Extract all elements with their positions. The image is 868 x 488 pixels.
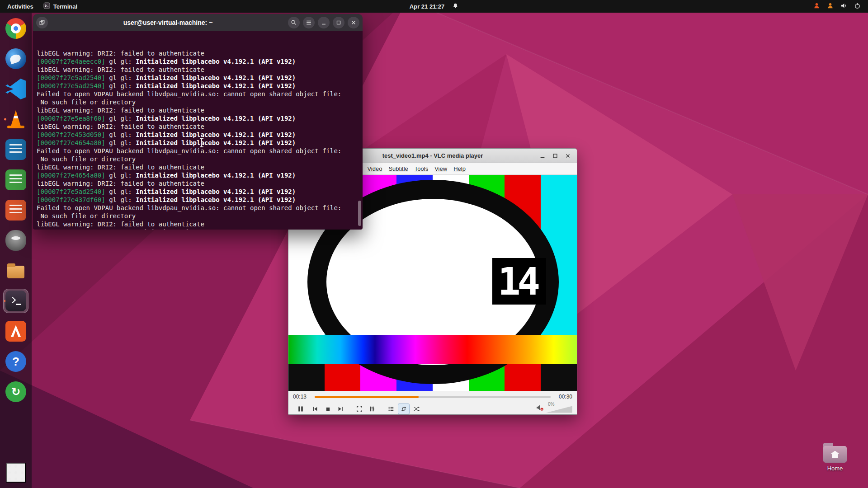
- help-icon[interactable]: ?: [3, 349, 28, 374]
- focused-app-menu[interactable]: Terminal: [43, 2, 77, 10]
- terminal-window: user@user-virtual-machine: ~ libEGL warn…: [33, 14, 363, 230]
- terminal-titlebar[interactable]: user@user-virtual-machine: ~: [33, 14, 363, 31]
- stop-button[interactable]: [322, 404, 334, 414]
- home-folder-icon[interactable]: Home: [817, 442, 853, 472]
- vlc-minimize-button[interactable]: [537, 151, 548, 161]
- terminal-line: [00007f27e5ad2540] gl gl: Initialized li…: [37, 188, 363, 196]
- terminal-line: libEGL warning: DRI2: failed to authenti…: [37, 49, 363, 57]
- terminal-line: [00007f27e5d8eed0] gl gl: Initialized li…: [37, 228, 363, 230]
- vscode-icon[interactable]: [3, 77, 28, 101]
- user-indicator-icon: [813, 2, 820, 10]
- terminal-line: No such file or directory: [37, 98, 363, 106]
- top-bar: Activities Terminal Apr 21 21:27: [0, 0, 868, 13]
- volume-slider[interactable]: [546, 406, 572, 413]
- home-label: Home: [827, 465, 843, 472]
- mute-icon: [536, 404, 544, 413]
- menu-view[interactable]: View: [431, 164, 450, 174]
- gimp-icon[interactable]: [3, 228, 28, 253]
- vlc-maximize-button[interactable]: [550, 151, 561, 161]
- ubuntu-software-glyph: [5, 321, 26, 342]
- volume-icon: [840, 2, 847, 10]
- search-button[interactable]: [288, 17, 300, 28]
- pause-button[interactable]: [293, 403, 308, 415]
- terminal-line: libEGL warning: DRI2: failed to authenti…: [37, 179, 363, 188]
- show-applications-button[interactable]: [6, 463, 26, 483]
- terminal-app-icon: [43, 2, 50, 10]
- software-updater-glyph: ↻: [5, 381, 26, 402]
- dock: ?↻: [0, 13, 32, 488]
- elapsed-time: 00:13: [293, 394, 311, 400]
- terminal-line: [00007f27e5ea8f60] gl gl: Initialized li…: [37, 114, 363, 122]
- libreoffice-impress-icon[interactable]: [3, 198, 28, 222]
- terminal-line: libEGL warning: DRI2: failed to authenti…: [37, 122, 363, 131]
- terminal-icon[interactable]: [3, 289, 28, 313]
- next-button[interactable]: [335, 404, 346, 414]
- terminal-line: Failed to open VDPAU backend libvdpau_nv…: [37, 90, 363, 98]
- libreoffice-writer-glyph: [5, 139, 26, 160]
- text-cursor-pointer: [201, 139, 202, 147]
- vlc-icon[interactable]: [3, 107, 28, 131]
- terminal-line: [00007f27e437df60] gl gl: Initialized li…: [37, 196, 363, 204]
- terminal-line: libEGL warning: DRI2: failed to authenti…: [37, 66, 363, 74]
- folder-icon: [822, 442, 848, 463]
- previous-button[interactable]: [309, 404, 321, 414]
- shuffle-button[interactable]: [410, 404, 422, 414]
- menu-video[interactable]: Video: [364, 164, 385, 174]
- extended-settings-button[interactable]: [366, 404, 378, 414]
- seek-slider[interactable]: [315, 396, 551, 398]
- files-icon[interactable]: [3, 258, 28, 283]
- libreoffice-calc-icon[interactable]: [3, 168, 28, 192]
- terminal-line: [00007f27e4aeecc0] gl gl: Initialized li…: [37, 57, 363, 66]
- vlc-controls: 00:13 00:30: [288, 391, 577, 415]
- chrome-icon[interactable]: [3, 16, 28, 41]
- terminal-body[interactable]: libEGL warning: DRI2: failed to authenti…: [33, 31, 363, 230]
- terminal-line: [00007f27e5ad2540] gl gl: Initialized li…: [37, 82, 363, 90]
- libreoffice-writer-icon[interactable]: [3, 137, 28, 162]
- thunderbird-icon[interactable]: [3, 47, 28, 71]
- new-tab-button[interactable]: [36, 17, 48, 28]
- terminal-line: [00007f27e4654a80] gl gl: Initialized li…: [37, 171, 363, 179]
- user-indicator-icon: [827, 2, 834, 10]
- volume-label: 0%: [548, 402, 554, 407]
- terminal-lines: libEGL warning: DRI2: failed to authenti…: [37, 49, 363, 230]
- libreoffice-impress-glyph: [5, 200, 26, 221]
- playlist-button[interactable]: [385, 404, 397, 414]
- terminal-glyph: [5, 291, 26, 311]
- menu-button[interactable]: [303, 17, 315, 28]
- menu-help[interactable]: Help: [450, 164, 469, 174]
- menu-tools[interactable]: Tools: [411, 164, 431, 174]
- volume-widget[interactable]: 0%: [536, 404, 572, 414]
- vlc-close-button[interactable]: [562, 151, 573, 161]
- terminal-line: No such file or directory: [37, 212, 363, 220]
- countdown-number: 14: [492, 258, 546, 305]
- loop-button[interactable]: [398, 404, 410, 414]
- vscode-glyph: [5, 79, 26, 99]
- chrome-glyph: [5, 18, 26, 39]
- system-tray[interactable]: [813, 2, 868, 10]
- terminal-line: libEGL warning: DRI2: failed to authenti…: [37, 220, 363, 228]
- activities-button[interactable]: Activities: [7, 3, 33, 10]
- bell-icon: [453, 3, 458, 10]
- menu-subtitle[interactable]: Subtitle: [385, 164, 411, 174]
- focused-app-label: Terminal: [53, 3, 77, 10]
- minimize-button[interactable]: [318, 17, 330, 28]
- ubuntu-software-icon[interactable]: [3, 319, 28, 343]
- files-glyph: [5, 260, 26, 281]
- terminal-line: libEGL warning: DRI2: failed to authenti…: [37, 163, 363, 171]
- close-button[interactable]: [348, 17, 359, 28]
- clock-menu[interactable]: Apr 21 21:27: [410, 3, 458, 10]
- power-icon: [854, 2, 861, 10]
- maximize-button[interactable]: [333, 17, 344, 28]
- libreoffice-calc-glyph: [5, 169, 26, 190]
- gradient-band: [288, 335, 577, 364]
- help-glyph: ?: [5, 351, 26, 372]
- total-time: 00:30: [554, 394, 572, 400]
- terminal-line: Failed to open VDPAU backend libvdpau_nv…: [37, 204, 363, 212]
- vlc-glyph: [5, 109, 26, 130]
- terminal-title: user@user-virtual-machine: ~: [51, 19, 285, 26]
- terminal-line: libEGL warning: DRI2: failed to authenti…: [37, 106, 363, 114]
- software-updater-icon[interactable]: ↻: [3, 380, 28, 404]
- fullscreen-button[interactable]: [354, 404, 365, 414]
- dock-items: ?↻: [3, 16, 28, 404]
- terminal-scrollbar[interactable]: [358, 201, 361, 226]
